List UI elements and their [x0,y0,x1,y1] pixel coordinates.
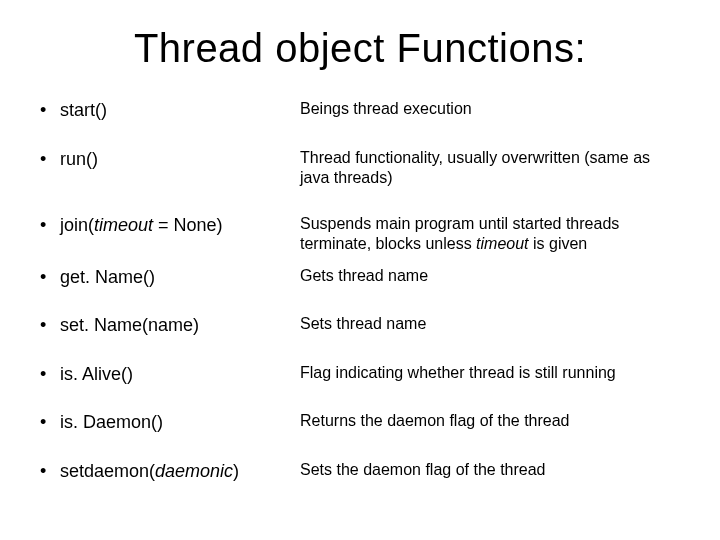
bullet-icon: • [40,266,60,289]
list-item: •set. Name(name)Sets thread name [40,314,680,337]
function-name: start() [60,99,107,122]
function-description: Sets the daemon flag of the thread [300,460,680,480]
function-name: run() [60,148,98,171]
list-item: •start()Beings thread execution [40,99,680,122]
function-description: Sets thread name [300,314,680,334]
bullet-icon: • [40,214,60,237]
function-name-cell: •set. Name(name) [40,314,300,337]
function-name-cell: •run() [40,148,300,171]
list-item: •get. Name()Gets thread name [40,266,680,289]
list-item: •join(timeout = None)Suspends main progr… [40,214,680,254]
function-name: set. Name(name) [60,314,199,337]
bullet-icon: • [40,363,60,386]
bullet-icon: • [40,148,60,171]
function-name: join(timeout = None) [60,214,223,237]
function-description: Suspends main program until started thre… [300,214,680,254]
function-list: •start()Beings thread execution•run()Thr… [40,99,680,482]
bullet-icon: • [40,460,60,483]
list-item: •setdaemon(daemonic)Sets the daemon flag… [40,460,680,483]
function-name-cell: •get. Name() [40,266,300,289]
bullet-icon: • [40,411,60,434]
function-name-cell: •is. Daemon() [40,411,300,434]
function-name-cell: •start() [40,99,300,122]
list-item: •run()Thread functionality, usually over… [40,148,680,188]
list-item: •is. Daemon()Returns the daemon flag of … [40,411,680,434]
function-description: Thread functionality, usually overwritte… [300,148,680,188]
function-description: Returns the daemon flag of the thread [300,411,680,431]
function-description: Flag indicating whether thread is still … [300,363,680,383]
function-name: get. Name() [60,266,155,289]
function-name: is. Alive() [60,363,133,386]
function-name: is. Daemon() [60,411,163,434]
bullet-icon: • [40,99,60,122]
function-name-cell: •setdaemon(daemonic) [40,460,300,483]
function-name-cell: •join(timeout = None) [40,214,300,237]
function-name: setdaemon(daemonic) [60,460,239,483]
function-description: Gets thread name [300,266,680,286]
list-item: •is. Alive()Flag indicating whether thre… [40,363,680,386]
slide: Thread object Functions: •start()Beings … [0,0,720,540]
function-name-cell: •is. Alive() [40,363,300,386]
bullet-icon: • [40,314,60,337]
slide-title: Thread object Functions: [40,26,680,71]
function-description: Beings thread execution [300,99,680,119]
